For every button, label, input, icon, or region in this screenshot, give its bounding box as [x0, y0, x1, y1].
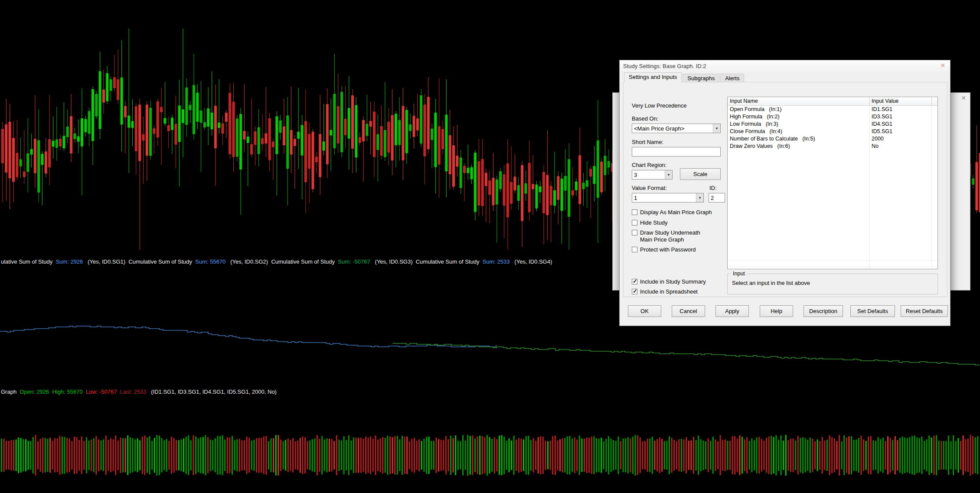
status-segment: High: 55670 [52, 389, 86, 395]
input-value-cell[interactable]: No [872, 143, 879, 149]
study-line-chart [0, 326, 979, 365]
value-format-value: 1 [632, 195, 696, 201]
table-row[interactable]: Draw Zero Values (In:6)No [728, 143, 937, 150]
status-segment: Open: 2926 [20, 389, 52, 395]
close-icon[interactable]: ✕ [940, 62, 945, 69]
header-divider [931, 97, 932, 106]
inputs-table[interactable]: Input Name Input Value Open Formula (In:… [727, 97, 938, 269]
checkbox-label: Protect with Password [640, 246, 696, 253]
checkbox-label: Include in Study Summary [640, 278, 706, 285]
description-button[interactable]: Description [804, 305, 843, 317]
volume-bars-chart [1, 435, 978, 476]
status-segment: (ID1.SG1, ID3.SG1, ID4.SG1, ID5.SG1, 200… [151, 389, 277, 395]
input-value-cell[interactable]: ID4.SG1 [872, 121, 892, 127]
checkbox-protect-with-password[interactable]: Protect with Password [632, 246, 696, 253]
short-name-input[interactable] [632, 147, 721, 157]
table-row[interactable]: Open Formula (In:1)ID1.SG1 [728, 106, 937, 113]
input-group-hint: Select an input in the list above [732, 280, 810, 286]
checkbox-draw-study-underneath[interactable]: Draw Study Underneath Main Price Graph [632, 229, 700, 243]
tab-subgraphs[interactable]: Subgraphs [683, 74, 719, 82]
checkbox-checked-icon[interactable] [632, 289, 637, 294]
input-name-cell[interactable]: Low Formula (In:3) [730, 121, 778, 127]
cancel-button[interactable]: Cancel [672, 305, 705, 317]
dialog-title: Study Settings: Base Graph. ID:2 [623, 63, 706, 69]
status-segment: (Yes, ID0.SG4) [510, 258, 552, 265]
status-segment: Last: 2533 [120, 389, 151, 395]
input-value-cell[interactable]: ID5.SG1 [872, 128, 892, 134]
status-segment: Low: -50767 [86, 389, 120, 395]
grid-line [728, 267, 938, 267]
input-group-box: Input Select an input in the list above [727, 274, 938, 294]
chevron-down-icon[interactable]: ▼ [696, 193, 703, 202]
based-on-label: Based On: [632, 115, 658, 122]
app-root: ulative Sum of Study Sum: 2926 (Yes, ID0… [0, 0, 980, 493]
checkbox-hide-study[interactable]: Hide Study [632, 219, 668, 226]
study-settings-dialog: Study Settings: Base Graph. ID:2 ✕ Setti… [619, 60, 951, 326]
status-segment: Sum: -50767 [338, 258, 370, 265]
chevron-down-icon[interactable]: ▼ [665, 170, 672, 179]
input-name-cell[interactable]: Open Formula (In:1) [730, 106, 782, 112]
checkbox-label: Display As Main Price Graph [640, 209, 712, 216]
status-segment: (Yes, ID0.SG2) [225, 258, 271, 265]
chevron-down-icon[interactable]: ▼ [713, 124, 720, 133]
id-label: ID: [709, 185, 717, 191]
checkbox-unchecked-icon[interactable] [632, 220, 637, 225]
checkbox-include-in-spreadsheet[interactable]: Include in Spreadsheet [632, 288, 698, 295]
chart-region-label: Chart Region: [632, 162, 666, 168]
tab-strip: Settings and InputsSubgraphsAlerts [624, 72, 745, 82]
col-input-name[interactable]: Input Name [728, 98, 869, 104]
status-segment: (Yes, ID0.SG1) [83, 258, 128, 265]
status-segment: Sum: 2926 [56, 258, 83, 265]
input-group-label: Input [731, 271, 747, 277]
status-segment: Sum: 2533 [483, 258, 510, 265]
table-row[interactable]: High Formula (In:2)ID3.SG1 [728, 113, 937, 121]
checkbox-include-in-study-summary[interactable]: Include in Study Summary [632, 278, 706, 285]
status-segment: Graph [1, 389, 20, 395]
value-format-select[interactable]: 1 ▼ [632, 193, 704, 202]
status-segment: Cumulative Sum of Study [128, 258, 195, 265]
status-segment: (Yes, ID0.SG3) [370, 258, 416, 265]
col-input-value[interactable]: Input Value [869, 98, 931, 104]
chart-region-value: 3 [632, 172, 665, 178]
status-segment: Sum: 55670 [195, 258, 225, 265]
grid-line [728, 260, 938, 261]
checkbox-label: Hide Study [640, 219, 668, 226]
input-name-cell[interactable]: High Formula (In:2) [730, 114, 780, 120]
input-value-cell[interactable]: 2000 [872, 136, 884, 142]
tab-settings-and-inputs[interactable]: Settings and Inputs [624, 72, 682, 82]
close-icon[interactable]: ✕ [961, 95, 966, 101]
graph-summary-line: Graph Open: 2926 High: 55670 Low: -50767… [1, 389, 277, 395]
short-name-label: Short Name: [632, 139, 663, 145]
table-row[interactable]: Close Formula (In:4)ID5.SG1 [728, 128, 937, 135]
reset-defaults-button[interactable]: Reset Defaults [901, 305, 948, 317]
table-row[interactable]: Low Formula (In:3)ID4.SG1 [728, 121, 937, 128]
help-button[interactable]: Help [760, 305, 793, 317]
apply-button[interactable]: Apply [715, 305, 749, 317]
input-value-cell[interactable]: ID1.SG1 [872, 106, 892, 112]
input-name-cell[interactable]: Number of Bars to Calculate (In:5) [730, 136, 815, 142]
checkbox-checked-icon[interactable] [632, 279, 637, 284]
table-row[interactable]: Number of Bars to Calculate (In:5)2000 [728, 135, 937, 143]
input-name-cell[interactable]: Close Formula (In:4) [730, 128, 782, 134]
study-summary-line: ulative Sum of Study Sum: 2926 (Yes, ID0… [1, 258, 552, 265]
checkbox-unchecked-icon[interactable] [632, 209, 637, 215]
checkbox-unchecked-icon[interactable] [632, 247, 637, 252]
id-input[interactable]: 2 [709, 193, 725, 202]
checkbox-label: Draw Study Underneath Main Price Graph [640, 229, 700, 243]
input-value-cell[interactable]: ID3.SG1 [872, 114, 892, 120]
checkbox-display-as-main-price-graph[interactable]: Display As Main Price Graph [632, 209, 712, 216]
status-segment: Cumulative Sum of Study [416, 258, 483, 265]
checkbox-unchecked-icon[interactable] [632, 230, 637, 235]
table-header[interactable]: Input Name Input Value [728, 97, 938, 106]
input-name-cell[interactable]: Draw Zero Values (In:6) [730, 143, 790, 149]
chart-region-select[interactable]: 3 ▼ [632, 170, 673, 180]
ok-button[interactable]: OK [628, 305, 661, 317]
set-defaults-button[interactable]: Set Defaults [850, 305, 895, 317]
scale-button[interactable]: Scale [680, 168, 721, 180]
tab-alerts[interactable]: Alerts [720, 74, 744, 82]
based-on-select[interactable]: <Main Price Graph> ▼ [632, 124, 721, 133]
value-format-label: Value Format: [632, 185, 667, 191]
dialog-titlebar[interactable]: Study Settings: Base Graph. ID:2 ✕ [620, 60, 950, 72]
based-on-value: <Main Price Graph> [632, 125, 713, 132]
checkbox-label: Include in Spreadsheet [640, 288, 698, 295]
